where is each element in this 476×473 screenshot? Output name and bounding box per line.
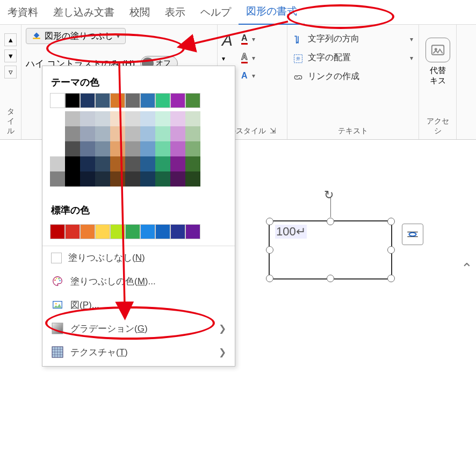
theme-tint-swatch[interactable] — [80, 141, 95, 156]
theme-color-swatch[interactable] — [125, 93, 140, 108]
gallery-scroll-down-icon[interactable]: ▾ — [4, 49, 17, 62]
tab-view[interactable]: 表示 — [157, 0, 193, 25]
resize-handle[interactable] — [266, 246, 273, 254]
theme-tint-swatch[interactable] — [125, 171, 140, 187]
theme-tint-swatch[interactable] — [170, 156, 185, 171]
theme-tint-swatch[interactable] — [80, 111, 95, 126]
theme-tint-swatch[interactable] — [140, 171, 155, 187]
tab-mailings[interactable]: 差し込み文書 — [46, 0, 122, 25]
theme-tint-swatch[interactable] — [170, 141, 185, 156]
theme-color-swatch[interactable] — [65, 93, 80, 108]
resize-handle[interactable] — [387, 218, 395, 225]
text-outline-button[interactable]: A▾ — [240, 50, 256, 66]
theme-tint-swatch[interactable] — [140, 111, 155, 126]
theme-tint-swatch[interactable] — [140, 141, 155, 156]
theme-tint-swatch[interactable] — [125, 156, 140, 171]
theme-tint-swatch[interactable] — [65, 141, 80, 156]
collapse-ribbon-button[interactable]: ⌃ — [461, 260, 473, 277]
standard-color-swatch[interactable] — [110, 224, 125, 239]
tab-help[interactable]: ヘルプ — [193, 0, 239, 25]
layout-options-button[interactable] — [402, 224, 423, 245]
theme-tint-swatch[interactable] — [110, 141, 125, 156]
theme-tint-swatch[interactable] — [185, 141, 200, 156]
theme-tint-swatch[interactable] — [110, 111, 125, 126]
theme-tint-swatch[interactable] — [95, 156, 110, 171]
theme-tint-swatch[interactable] — [50, 141, 65, 156]
theme-color-swatch[interactable] — [140, 93, 155, 108]
theme-tint-swatch[interactable] — [155, 111, 170, 126]
align-text-button[interactable]: 井 文字の配置▾ — [292, 50, 414, 66]
theme-tint-swatch[interactable] — [110, 126, 125, 141]
resize-handle[interactable] — [327, 275, 334, 282]
theme-color-swatch[interactable] — [110, 93, 125, 108]
theme-tint-swatch[interactable] — [185, 126, 200, 141]
theme-tint-swatch[interactable] — [50, 156, 65, 171]
theme-color-swatch[interactable] — [185, 93, 200, 108]
resize-handle[interactable] — [266, 218, 273, 225]
theme-tint-swatch[interactable] — [155, 126, 170, 141]
theme-tint-swatch[interactable] — [185, 156, 200, 171]
rotation-handle-icon[interactable]: ↻ — [324, 188, 334, 202]
standard-color-swatch[interactable] — [185, 224, 200, 239]
resize-handle[interactable] — [327, 218, 334, 225]
alt-text-icon[interactable] — [425, 38, 450, 62]
gallery-more-icon[interactable]: ▿ — [4, 66, 17, 78]
standard-color-swatch[interactable] — [95, 224, 110, 239]
theme-color-swatch[interactable] — [50, 93, 65, 108]
resize-handle[interactable] — [266, 275, 273, 282]
theme-color-swatch[interactable] — [170, 93, 185, 108]
theme-color-swatch[interactable] — [80, 93, 95, 108]
theme-tint-swatch[interactable] — [140, 156, 155, 171]
more-fill-colors-item[interactable]: 塗りつぶしの色(M)... — [42, 269, 235, 293]
resize-handle[interactable] — [387, 275, 395, 282]
theme-tint-swatch[interactable] — [50, 111, 65, 126]
create-link-button[interactable]: リンクの作成 — [292, 69, 414, 84]
theme-tint-swatch[interactable] — [80, 126, 95, 141]
theme-tint-swatch[interactable] — [125, 141, 140, 156]
theme-tint-swatch[interactable] — [65, 111, 80, 126]
theme-tint-swatch[interactable] — [170, 171, 185, 187]
picture-fill-item[interactable]: 図(P)... — [42, 293, 235, 317]
standard-color-swatch[interactable] — [140, 224, 155, 239]
theme-tint-swatch[interactable] — [125, 126, 140, 141]
theme-color-swatch[interactable] — [155, 93, 170, 108]
standard-color-swatch[interactable] — [125, 224, 140, 239]
no-fill-item[interactable]: 塗りつぶしなし(N) — [42, 246, 235, 269]
theme-tint-swatch[interactable] — [110, 156, 125, 171]
theme-tint-swatch[interactable] — [155, 156, 170, 171]
text-fill-button[interactable]: A▾ — [240, 31, 256, 47]
theme-tint-swatch[interactable] — [155, 141, 170, 156]
resize-handle[interactable] — [387, 246, 395, 254]
tab-references[interactable]: 考資料 — [0, 0, 46, 25]
standard-color-swatch[interactable] — [155, 224, 170, 239]
tab-shape-format[interactable]: 図形の書式 — [239, 0, 305, 25]
theme-tint-swatch[interactable] — [65, 156, 80, 171]
wordart-preview-icon[interactable]: A — [222, 31, 233, 49]
text-effects-button[interactable]: A▾ — [240, 69, 256, 83]
theme-color-swatch[interactable] — [95, 93, 110, 108]
standard-color-swatch[interactable] — [65, 224, 80, 239]
theme-tint-swatch[interactable] — [95, 141, 110, 156]
theme-tint-swatch[interactable] — [80, 156, 95, 171]
theme-tint-swatch[interactable] — [185, 171, 200, 187]
theme-tint-swatch[interactable] — [185, 111, 200, 126]
shape-fill-button[interactable]: 図形の塗りつぶし ▾ — [26, 28, 126, 44]
theme-tint-swatch[interactable] — [50, 171, 65, 187]
theme-tint-swatch[interactable] — [95, 126, 110, 141]
selected-textbox[interactable]: 100↵ ↻ — [269, 220, 392, 280]
standard-color-swatch[interactable] — [50, 224, 65, 239]
theme-tint-swatch[interactable] — [170, 126, 185, 141]
theme-tint-swatch[interactable] — [80, 171, 95, 187]
theme-tint-swatch[interactable] — [50, 126, 65, 141]
theme-tint-swatch[interactable] — [170, 111, 185, 126]
theme-tint-swatch[interactable] — [65, 126, 80, 141]
text-direction-button[interactable]: 文字列の方向▾ — [292, 31, 414, 47]
standard-color-swatch[interactable] — [170, 224, 185, 239]
theme-tint-swatch[interactable] — [95, 111, 110, 126]
theme-tint-swatch[interactable] — [140, 126, 155, 141]
theme-tint-swatch[interactable] — [95, 171, 110, 187]
theme-tint-swatch[interactable] — [110, 171, 125, 187]
standard-color-swatch[interactable] — [80, 224, 95, 239]
wordart-more-icon[interactable]: ▾ — [222, 55, 233, 62]
theme-tint-swatch[interactable] — [65, 171, 80, 187]
